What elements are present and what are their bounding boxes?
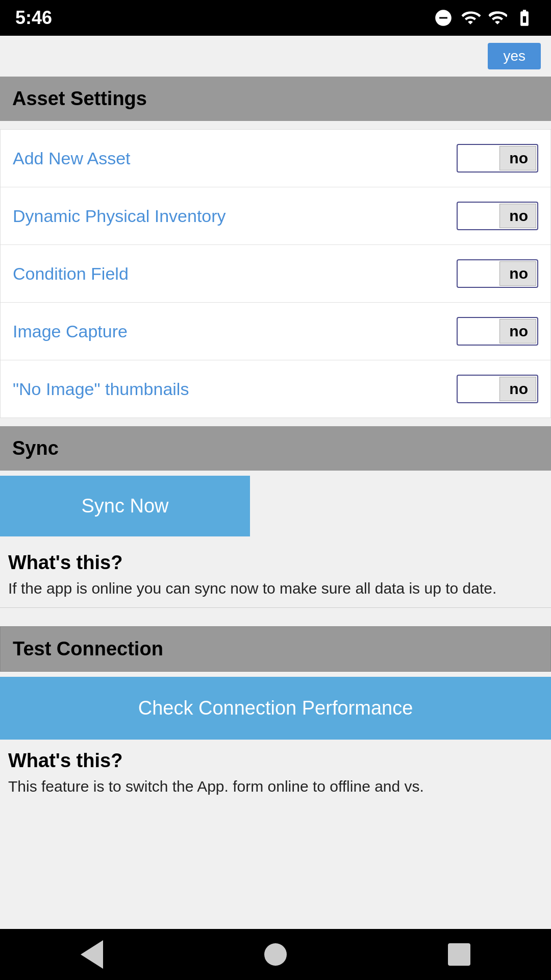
do-not-disturb-icon	[434, 8, 453, 28]
check-connection-button[interactable]: Check Connection Performance	[0, 677, 551, 740]
home-button[interactable]	[244, 938, 307, 971]
status-icons	[434, 8, 536, 28]
no-image-thumbnails-row: "No Image" thumbnails no	[1, 360, 550, 418]
dynamic-physical-inventory-label: Dynamic Physical Inventory	[13, 206, 226, 226]
sync-divider	[0, 607, 551, 608]
image-capture-label: Image Capture	[13, 322, 128, 341]
asset-settings-header: Asset Settings	[0, 77, 551, 121]
no-image-thumbnails-toggle[interactable]: no	[457, 375, 538, 403]
no-image-thumbnails-label: "No Image" thumbnails	[13, 379, 189, 399]
test-connection-section: Test Connection Check Connection Perform…	[0, 626, 551, 805]
dynamic-physical-inventory-row: Dynamic Physical Inventory no	[1, 187, 550, 245]
status-time: 5:46	[15, 7, 52, 29]
condition-field-row: Condition Field no	[1, 245, 550, 303]
battery-icon	[513, 8, 536, 28]
no-image-thumbnails-value: no	[509, 380, 528, 398]
recent-apps-icon	[448, 943, 470, 966]
back-button[interactable]	[60, 935, 123, 974]
bottom-navigation	[0, 929, 551, 980]
dynamic-physical-inventory-toggle[interactable]: no	[457, 202, 538, 230]
add-new-asset-toggle[interactable]: no	[457, 144, 538, 173]
wifi-icon	[459, 8, 482, 28]
condition-field-value: no	[509, 265, 528, 282]
main-content: Asset Settings Add New Asset no Dynamic …	[0, 77, 551, 980]
sync-section-header: Sync	[0, 426, 551, 471]
add-new-asset-row: Add New Asset no	[1, 130, 550, 187]
test-connection-what-this-title: What's this?	[0, 740, 551, 776]
sync-section: Sync Now What's this? If the app is onli…	[0, 476, 551, 622]
image-capture-toggle[interactable]: no	[457, 317, 538, 346]
sync-now-button[interactable]: Sync Now	[0, 476, 250, 536]
sync-what-this-desc: If the app is online you can sync now to…	[0, 578, 551, 607]
top-yes-button[interactable]: yes	[488, 43, 541, 69]
asset-settings-card: Add New Asset no Dynamic Physical Invent…	[0, 129, 551, 418]
recent-apps-button[interactable]	[428, 938, 491, 971]
image-capture-value: no	[509, 323, 528, 340]
back-icon	[81, 940, 103, 969]
add-new-asset-label: Add New Asset	[13, 149, 131, 168]
condition-field-label: Condition Field	[13, 264, 129, 284]
top-button-area: yes	[0, 36, 551, 77]
test-connection-header: Test Connection	[0, 626, 551, 672]
status-bar: 5:46	[0, 0, 551, 36]
image-capture-row: Image Capture no	[1, 303, 550, 360]
home-icon	[264, 943, 287, 966]
add-new-asset-toggle-value: no	[509, 150, 528, 167]
signal-icon	[488, 8, 507, 28]
test-connection-what-this-desc: This feature is to switch the App. form …	[0, 776, 551, 805]
condition-field-toggle[interactable]: no	[457, 259, 538, 288]
dynamic-physical-inventory-value: no	[509, 207, 528, 225]
sync-what-this-title: What's this?	[0, 542, 551, 578]
